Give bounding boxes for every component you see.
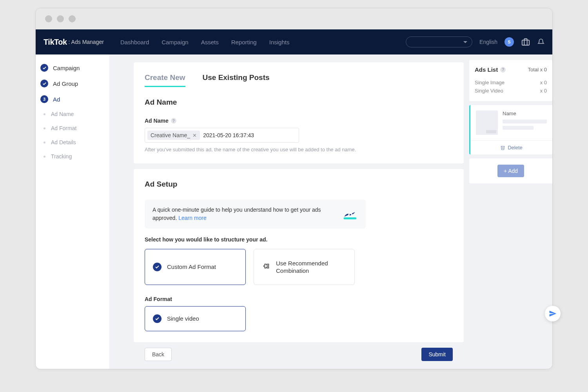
step-sidebar: Campaign Ad Group 3 Ad Ad Name Ad Format…: [36, 54, 109, 369]
delete-button[interactable]: Delete: [470, 140, 552, 154]
brand-subtitle: : Ads Manager: [69, 39, 104, 45]
step-label: Ad Group: [53, 80, 78, 87]
ad-setup-card: Ad Setup A quick one-minute guide to hel…: [134, 169, 464, 342]
window-titlebar: [36, 8, 552, 29]
check-icon: [153, 314, 162, 323]
tab-use-existing[interactable]: Use Existing Posts: [203, 73, 270, 87]
creative-name-chip: Creative Name_ ✕: [147, 131, 200, 140]
check-icon: [40, 64, 48, 72]
add-panel: + Add: [469, 158, 552, 183]
nav-campaign[interactable]: Campaign: [162, 39, 188, 45]
preview-thumbnail: [476, 111, 498, 135]
dot-icon: [44, 127, 45, 129]
guide-banner: A quick one-minute guide to help you und…: [145, 200, 366, 229]
traffic-light-close[interactable]: [45, 15, 52, 22]
ads-list-row-video: Single Videox 0: [475, 87, 547, 95]
svg-rect-3: [344, 218, 356, 220]
add-button[interactable]: + Add: [497, 165, 524, 177]
ad-name-label: Ad Name ?: [145, 118, 453, 124]
placeholder-line: [503, 120, 547, 123]
sidebar-sub-adformat[interactable]: Ad Format: [36, 121, 109, 135]
nav-assets[interactable]: Assets: [201, 39, 219, 45]
sidebar-sub-tracking[interactable]: Tracking: [36, 149, 109, 163]
option-custom-format[interactable]: Custom Ad Format: [145, 249, 246, 285]
back-button[interactable]: Back: [145, 348, 172, 361]
option-recommended-combination[interactable]: Use Recommended Combination: [254, 249, 355, 285]
step-label: Campaign: [53, 65, 80, 71]
ad-name-hint: After you've submitted this ad, the name…: [145, 147, 453, 152]
paper-plane-icon: [549, 310, 557, 318]
ads-list-panel: Ads List ? Total x 0 Single Imagex 0 Sin…: [469, 60, 552, 101]
nav-dashboard[interactable]: Dashboard: [120, 39, 149, 45]
check-icon: [40, 80, 48, 87]
check-icon: [153, 263, 162, 271]
chevron-down-icon: [463, 41, 467, 43]
preview-name-label: Name: [503, 111, 547, 116]
structure-label: Select how you would like to structure y…: [145, 236, 453, 243]
feedback-float-button[interactable]: [545, 306, 561, 321]
sidebar-step-ad[interactable]: 3 Ad: [36, 91, 109, 107]
ad-name-card: Create New Use Existing Posts Ad Name Ad…: [134, 62, 464, 163]
placeholder-line: [503, 126, 534, 130]
sidebar-step-adgroup[interactable]: Ad Group: [36, 76, 109, 91]
bell-icon[interactable]: [537, 38, 544, 46]
user-avatar[interactable]: S: [505, 37, 514, 47]
sidebar-sub-addetails[interactable]: Ad Details: [36, 135, 109, 149]
chip-remove-icon[interactable]: ✕: [192, 132, 197, 138]
nav-reporting[interactable]: Reporting: [231, 39, 257, 45]
help-icon[interactable]: ?: [171, 118, 176, 123]
top-nav: TikTok : Ads Manager Dashboard Campaign …: [36, 29, 552, 54]
sidebar-sub-adname[interactable]: Ad Name: [36, 107, 109, 121]
step-label: Ad: [53, 96, 60, 103]
brand-logo: TikTok: [44, 38, 67, 47]
puzzle-icon: [262, 263, 270, 271]
account-selector[interactable]: [406, 36, 472, 47]
ads-list-preview-item[interactable]: Name Delete: [469, 105, 552, 154]
nav-insights[interactable]: Insights: [269, 39, 290, 45]
guide-illustration-icon: [341, 207, 358, 221]
option-single-video[interactable]: Single video: [145, 306, 246, 331]
help-icon[interactable]: ?: [500, 67, 506, 73]
step-number-badge: 3: [40, 95, 48, 103]
ad-setup-heading: Ad Setup: [145, 180, 453, 189]
language-selector[interactable]: English: [479, 39, 497, 45]
traffic-light-minimize[interactable]: [57, 15, 64, 22]
trash-icon: [500, 145, 505, 150]
tab-create-new[interactable]: Create New: [145, 73, 185, 87]
dot-icon: [44, 113, 45, 115]
ad-format-label: Ad Format: [145, 296, 453, 302]
submit-button[interactable]: Submit: [421, 348, 453, 361]
dot-icon: [44, 142, 45, 143]
traffic-light-maximize[interactable]: [69, 15, 76, 22]
briefcase-icon[interactable]: [521, 38, 530, 46]
ads-list-total: Total x 0: [528, 67, 547, 73]
sidebar-step-campaign[interactable]: Campaign: [36, 60, 109, 76]
ad-name-heading: Ad Name: [145, 98, 453, 107]
ads-list-title: Ads List ?: [475, 66, 506, 73]
svg-rect-0: [522, 40, 529, 45]
learn-more-link[interactable]: Learn more: [178, 215, 207, 221]
ads-list-row-image: Single Imagex 0: [475, 78, 547, 87]
ad-name-input[interactable]: Creative Name_ ✕ 2021-05-20 16:37:43: [145, 128, 299, 143]
ad-name-value: 2021-05-20 16:37:43: [203, 132, 254, 138]
dot-icon: [44, 156, 45, 158]
